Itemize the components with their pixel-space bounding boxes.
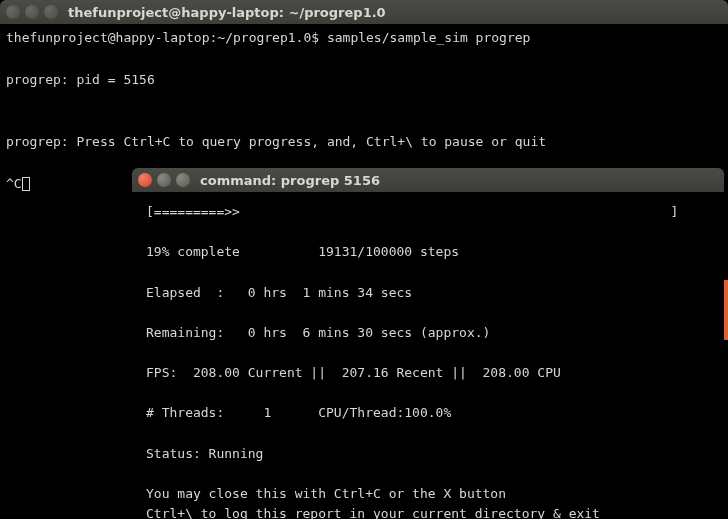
- ctrlc-text: ^C: [6, 176, 22, 191]
- remaining-line: Remaining: 0 hrs 6 mins 30 secs (approx.…: [146, 325, 490, 340]
- close-icon[interactable]: [6, 5, 20, 19]
- instructions-line: progrep: Press Ctrl+C to query progress,…: [6, 134, 546, 149]
- main-titlebar[interactable]: thefunproject@happy-laptop: ~/progrep1.0: [0, 0, 728, 24]
- close-icon[interactable]: [138, 173, 152, 187]
- main-window-buttons: [6, 5, 58, 19]
- close-hint-1: You may close this with Ctrl+C or the X …: [146, 486, 506, 501]
- cursor: [22, 177, 30, 191]
- fps-line: FPS: 208.00 Current || 207.16 Recent || …: [146, 365, 561, 380]
- close-hint-2: Ctrl+\ to log this report in your curren…: [146, 506, 600, 519]
- command-text: samples/sample_sim progrep: [327, 30, 531, 45]
- maximize-icon[interactable]: [44, 5, 58, 19]
- progress-window: command: progrep 5156 [=========>> ] 19%…: [132, 168, 724, 516]
- minimize-icon[interactable]: [157, 173, 171, 187]
- pid-line: progrep: pid = 5156: [6, 72, 155, 87]
- threads-line: # Threads: 1 CPU/Thread:100.0%: [146, 405, 451, 420]
- percent-complete-line: 19% complete 19131/100000 steps: [146, 244, 459, 259]
- progress-bar: [=========>> ]: [146, 204, 678, 219]
- status-line: Status: Running: [146, 446, 263, 461]
- scrollbar-thumb[interactable]: [724, 280, 728, 340]
- progress-window-title: command: progrep 5156: [200, 173, 380, 188]
- progress-terminal-body[interactable]: [=========>> ] 19% complete 19131/100000…: [132, 192, 724, 519]
- maximize-icon[interactable]: [176, 173, 190, 187]
- progress-titlebar[interactable]: command: progrep 5156: [132, 168, 724, 192]
- minimize-icon[interactable]: [25, 5, 39, 19]
- prompt: thefunproject@happy-laptop:~/progrep1.0$: [6, 30, 327, 45]
- main-window-title: thefunproject@happy-laptop: ~/progrep1.0: [68, 5, 386, 20]
- progress-window-buttons: [138, 173, 190, 187]
- elapsed-line: Elapsed : 0 hrs 1 mins 34 secs: [146, 285, 412, 300]
